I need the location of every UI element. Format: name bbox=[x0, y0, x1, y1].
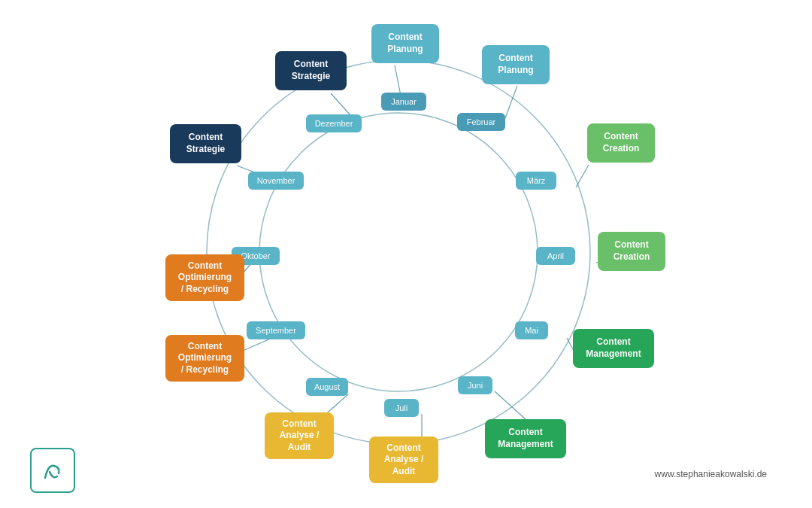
topic-content-strategie-2: ContentStrategie bbox=[275, 51, 347, 90]
logo bbox=[30, 448, 75, 493]
month-mar: März bbox=[516, 172, 556, 190]
month-jul: Juli bbox=[384, 399, 419, 417]
topic-content-analyse-1: ContentAnalyse /Audit bbox=[369, 437, 438, 483]
diagram-container: Januar Februar März April Mai Juni Juli … bbox=[0, 0, 812, 508]
website-text: www.stephanieakowalski.de bbox=[655, 469, 767, 479]
topic-content-creation-1: ContentCreation bbox=[587, 123, 655, 163]
svg-line-10 bbox=[243, 338, 272, 351]
topic-content-analyse-2: ContentAnalyse /Audit bbox=[265, 412, 334, 459]
topic-content-creation-2: ContentCreation bbox=[598, 232, 665, 271]
svg-point-1 bbox=[259, 113, 538, 391]
topic-content-strategie-1: ContentStrategie bbox=[170, 124, 241, 163]
topic-content-planung-1: ContentPlanung bbox=[371, 24, 439, 63]
svg-line-3 bbox=[504, 86, 517, 122]
month-jun: Juni bbox=[458, 376, 492, 394]
topic-content-management-1: ContentManagement bbox=[573, 329, 654, 368]
month-nov: November bbox=[248, 172, 304, 190]
month-aug: August bbox=[306, 378, 348, 396]
month-jan: Januar bbox=[381, 93, 426, 111]
month-sep: September bbox=[247, 321, 305, 339]
month-feb: Februar bbox=[457, 113, 505, 131]
svg-line-7 bbox=[495, 391, 526, 420]
topic-content-optimierung-1: ContentOptimierung/ Recycling bbox=[165, 254, 244, 301]
month-mai: Mai bbox=[515, 321, 548, 339]
topic-content-management-2: ContentManagement bbox=[485, 419, 566, 458]
svg-line-4 bbox=[576, 165, 589, 187]
month-dez: Dezember bbox=[306, 114, 362, 132]
topic-content-planung-2: ContentPlanung bbox=[482, 45, 550, 84]
month-apr: April bbox=[536, 247, 575, 265]
topic-content-optimierung-2: ContentOptimierung/ Recycling bbox=[165, 335, 244, 382]
circle-svg bbox=[0, 0, 812, 508]
